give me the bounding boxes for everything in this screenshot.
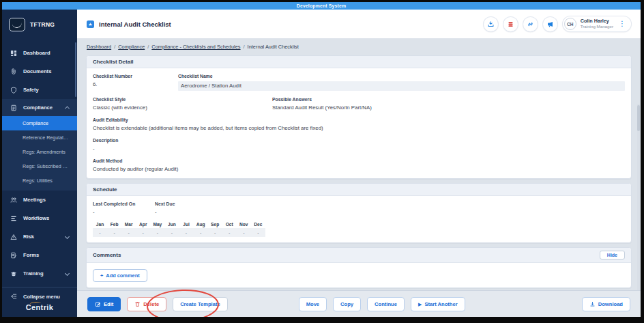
schedule-header: Schedule <box>87 184 631 196</box>
sidebar-subitem-regs-subscribed[interactable]: Regs: Subscribed Cli... <box>2 159 77 173</box>
org-header[interactable]: TFTRNG <box>2 10 77 38</box>
page-title: Internal Audit Checklist <box>99 20 171 28</box>
sidebar-item-meetings[interactable]: Meetings <box>2 191 77 209</box>
sidebar-item-forms[interactable]: Forms <box>2 246 77 264</box>
possible-answers-value: Standard Audit Result (Yes/No/In Part/NA… <box>272 104 625 111</box>
last-completed-label: Last Completed On <box>93 201 155 207</box>
comments-title: Comments <box>93 252 121 258</box>
sidebar-item-label: Forms <box>23 252 39 258</box>
breadcrumb-current: Internal Audit Checklist <box>248 44 299 50</box>
action-bar: Edit Delete Create Template Move Copy Co… <box>77 290 641 317</box>
links-button[interactable] <box>523 17 538 31</box>
download-tray-icon <box>487 20 495 28</box>
sidebar-item-risk[interactable]: Risk <box>2 227 77 246</box>
delete-label: Delete <box>143 301 159 307</box>
sidebar-subitem-regs-utilities[interactable]: Regs: Utilities <box>2 173 77 188</box>
sidebar-item-label: Workflows <box>23 215 49 221</box>
sidebar-item-label: Meetings <box>23 197 46 203</box>
centrik-logo: Centrik <box>26 303 54 311</box>
copy-button[interactable]: Copy <box>333 297 361 311</box>
add-comment-label: Add comment <box>106 272 139 279</box>
audit-list-button[interactable] <box>503 17 518 31</box>
checklist-detail-header: Checklist Detail <box>87 56 631 68</box>
download-button[interactable]: Download <box>582 297 630 311</box>
month-header-cell: Oct <box>222 221 237 228</box>
sidebar-scrollbar[interactable] <box>75 42 76 97</box>
month-header-cell: Jan <box>93 221 107 228</box>
sidebar-item-label: Compliance <box>23 104 53 111</box>
month-header-cell: Aug <box>194 221 208 228</box>
checklist-number-value: 6. <box>93 81 178 88</box>
page-header: ★ Internal Audit Checklist <box>77 10 641 38</box>
announcements-button[interactable] <box>543 17 557 31</box>
breadcrumb-separator: / <box>147 44 149 50</box>
sidebar-item-label: Safety <box>23 87 39 93</box>
content-scrollbar-thumb[interactable] <box>637 105 640 131</box>
sidebar-nav: Dashboard Documents Safety Compliance <box>2 44 77 305</box>
sidebar-subitem-reference-regulations[interactable]: Reference Regulations <box>2 130 77 145</box>
breadcrumb-compliance[interactable]: Compliance <box>118 44 145 50</box>
user-name: Colin Harley <box>581 18 613 24</box>
org-logo <box>9 18 25 31</box>
start-another-button[interactable]: ▶ Start Another <box>411 297 465 311</box>
comments-body: + Add comment <box>87 263 631 287</box>
month-value-cell: - <box>150 228 164 237</box>
hide-comments-button[interactable]: Hide <box>600 251 625 259</box>
paperclip-icon <box>10 68 17 75</box>
content-scrollbar-track[interactable] <box>637 104 640 290</box>
sidebar-item-training[interactable]: Training <box>2 264 77 283</box>
edit-pencil-icon <box>95 301 101 307</box>
sidebar-item-dashboard[interactable]: Dashboard <box>2 44 77 62</box>
environment-banner: Development System <box>2 2 641 10</box>
audit-method-label: Audit Method <box>93 158 625 164</box>
sidebar-item-workflows[interactable]: Workflows <box>2 209 77 227</box>
schedule-body: Last Completed On - Next Due - Jan- Feb- <box>87 196 631 242</box>
trash-icon <box>134 301 141 307</box>
edit-label: Edit <box>104 301 113 307</box>
add-comment-button[interactable]: + Add comment <box>93 269 147 282</box>
user-menu[interactable]: CH Colin Harley Training Manager ⋮ <box>563 16 631 31</box>
breadcrumb-separator: / <box>244 44 245 50</box>
month-header-cell: Jun <box>164 221 179 228</box>
start-another-label: Start Another <box>424 301 457 307</box>
sidebar-subitem-compliance[interactable]: Compliance <box>2 116 77 130</box>
compliance-nav-group: Compliance Compliance Reference Regulati… <box>2 99 77 191</box>
sidebar-item-safety[interactable]: Safety <box>2 81 77 99</box>
sidebar-item-documents[interactable]: Documents <box>2 62 77 81</box>
month-header-cell: Sep <box>208 221 222 228</box>
user-text: Colin Harley Training Manager <box>581 18 613 29</box>
next-due-label: Next Due <box>155 201 175 207</box>
checklist-detail-panel: Checklist Detail Checklist Number 6. Che… <box>86 55 632 179</box>
avatar: CH <box>564 18 576 30</box>
comments-header: Comments Hide <box>87 248 631 263</box>
description-label: Description <box>93 137 625 143</box>
content-scroll-area: Checklist Detail Checklist Number 6. Che… <box>77 55 641 290</box>
import-download-button[interactable] <box>484 17 498 31</box>
month-header-cell: Dec <box>251 221 265 228</box>
kebab-menu-icon[interactable]: ⋮ <box>617 20 627 27</box>
move-button[interactable]: Move <box>299 297 327 311</box>
month-value-cell: - <box>194 228 208 237</box>
month-value-cell: - <box>164 228 179 237</box>
edit-button[interactable]: Edit <box>87 297 121 311</box>
breadcrumb-dashboard[interactable]: Dashboard <box>87 44 111 50</box>
link-chain-icon <box>527 20 534 28</box>
sidebar-subitem-regs-amendments[interactable]: Regs: Amendments <box>2 145 77 159</box>
meetings-icon <box>10 197 17 203</box>
stacked-list-icon <box>507 20 514 28</box>
continue-button[interactable]: Continue <box>367 297 405 311</box>
sidebar-item-compliance[interactable]: Compliance <box>2 99 77 116</box>
next-due-value: - <box>155 209 175 216</box>
delete-button[interactable]: Delete <box>127 297 166 311</box>
last-completed-value: - <box>93 209 155 216</box>
description-value: - <box>93 145 625 152</box>
user-role: Training Manager <box>581 24 613 29</box>
app-window: Development System TFTRNG Dashboard Docu… <box>2 2 641 317</box>
chevron-up-icon <box>65 106 70 111</box>
plus-icon: + <box>100 272 103 279</box>
chevron-down-icon <box>65 271 70 276</box>
create-template-button[interactable]: Create Template <box>173 297 228 311</box>
download-label: Download <box>598 301 623 307</box>
clipboard-icon <box>10 104 17 111</box>
breadcrumb-checklists-schedules[interactable]: Compliance - Checklists and Schedules <box>151 44 240 50</box>
